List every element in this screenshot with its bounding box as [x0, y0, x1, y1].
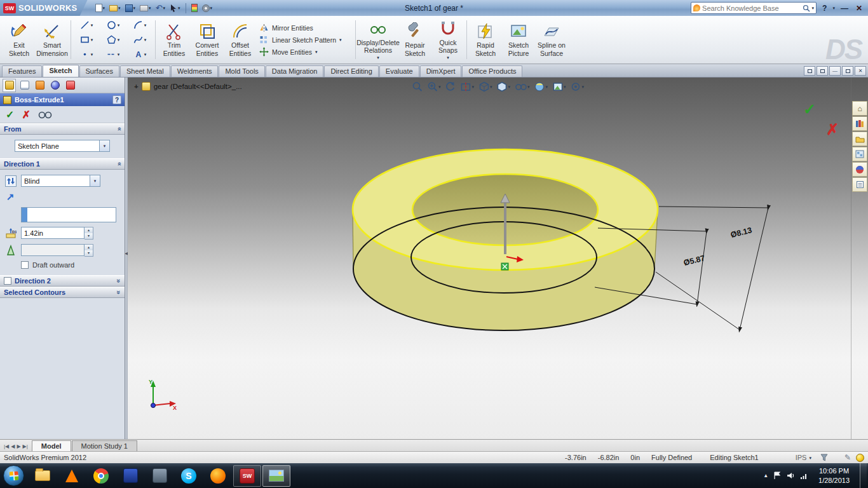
feature-tree-root-label[interactable]: gear (Default<<Default>_...: [154, 83, 242, 90]
line-tool-button[interactable]: ▾: [73, 18, 100, 32]
point-tool-button[interactable]: ▾: [73, 47, 100, 62]
taskbar-vlc-button[interactable]: [58, 465, 86, 487]
dimension-label-outer[interactable]: Ø8.13: [729, 226, 752, 240]
action-center-flag-icon[interactable]: [773, 471, 782, 480]
last-tab-button[interactable]: ▶|: [23, 444, 28, 449]
next-tab-button[interactable]: ▶: [17, 444, 20, 449]
draft-outward-row[interactable]: Draft outward: [5, 261, 119, 269]
dimxpertmanager-tab[interactable]: [48, 79, 62, 92]
tab-data-migration[interactable]: Data Migration: [266, 65, 324, 77]
new-document-button[interactable]: ▾: [94, 2, 107, 15]
tree-expand-icon[interactable]: +: [134, 83, 139, 90]
search-icon[interactable]: [803, 4, 810, 12]
network-icon[interactable]: [800, 471, 808, 480]
model-canvas[interactable]: Ø8.13 Ø5.87: [128, 78, 868, 439]
spline-tool-button[interactable]: ▾: [126, 32, 153, 47]
tab-weldments[interactable]: Weldments: [171, 65, 219, 77]
repair-sketch-button[interactable]: Repair Sketch: [398, 17, 431, 62]
quick-snaps-button[interactable]: Quick Snaps ▾: [431, 17, 465, 62]
display-style-button[interactable]: ▾: [496, 81, 510, 92]
propertymanager-tab[interactable]: [3, 79, 16, 92]
graphics-viewport[interactable]: + gear (Default<<Default>_... ▾ ▾ ▾ ▾ ▾ …: [128, 78, 868, 439]
taskbar-skype-button[interactable]: S: [175, 465, 203, 487]
selection-filter-icon[interactable]: [820, 454, 828, 461]
rectangle-tool-button[interactable]: ▾: [73, 32, 100, 47]
direction-reference-box[interactable]: [21, 207, 116, 222]
file-explorer-tab[interactable]: [852, 132, 867, 146]
section-view-button[interactable]: ▾: [460, 81, 474, 92]
search-input[interactable]: [702, 4, 800, 12]
view-settings-button[interactable]: ▾: [571, 81, 585, 92]
view-orientation-button[interactable]: ▾: [478, 81, 492, 92]
doc-next-window-button[interactable]: [817, 66, 828, 76]
units-caret-icon[interactable]: ▾: [809, 456, 811, 460]
draft-outward-checkbox[interactable]: [21, 261, 29, 269]
previous-view-button[interactable]: [445, 81, 456, 92]
trim-entities-button[interactable]: Trim Entities: [158, 17, 191, 62]
tab-sheet-metal[interactable]: Sheet Metal: [120, 65, 170, 77]
offset-entities-button[interactable]: Offset Entities: [224, 17, 257, 62]
close-button[interactable]: ✕: [854, 4, 864, 13]
section-direction1-header[interactable]: Direction 1 »: [0, 158, 125, 170]
configurationmanager-tab[interactable]: [33, 79, 46, 92]
tab-office-products[interactable]: Office Products: [462, 65, 522, 77]
text-tool-button[interactable]: A▾: [126, 47, 153, 62]
cancel-button[interactable]: ✗: [22, 109, 30, 121]
search-scope-caret[interactable]: ▾: [812, 6, 815, 10]
help-caret[interactable]: ▾: [832, 6, 835, 10]
hidden-icons-button[interactable]: ▲: [763, 473, 768, 478]
motion-study-tab[interactable]: Motion Study 1: [72, 440, 137, 451]
quick-tips-icon[interactable]: [856, 454, 864, 462]
tab-direct-editing[interactable]: Direct Editing: [324, 65, 378, 77]
spin-down-icon[interactable]: ▾: [85, 233, 93, 239]
spline-on-surface-button[interactable]: Spline on Surface: [535, 17, 568, 62]
taskbar-app5-button[interactable]: [146, 465, 173, 487]
taskbar-chrome-button[interactable]: [87, 465, 115, 487]
tab-dimxpert[interactable]: DimXpert: [420, 65, 462, 77]
circle-tool-button[interactable]: ▾: [100, 18, 126, 32]
move-entities-button[interactable]: Move Entities ▾: [259, 47, 353, 57]
tab-evaluate[interactable]: Evaluate: [379, 65, 419, 77]
depth-input[interactable]: [21, 227, 85, 239]
smart-dimension-button[interactable]: Smart Dimension: [36, 17, 69, 62]
taskbar-firefox-button[interactable]: [204, 465, 232, 487]
knowledge-base-search[interactable]: ▾: [691, 2, 817, 14]
displaymanager-tab[interactable]: [64, 79, 77, 92]
doc-minimize-button[interactable]: —: [829, 66, 841, 76]
apply-scene-button[interactable]: ▾: [552, 81, 566, 92]
start-condition-dropdown[interactable]: Sketch Plane ▾: [15, 140, 110, 152]
tab-sketch[interactable]: Sketch: [43, 65, 78, 77]
tab-mold-tools[interactable]: Mold Tools: [219, 65, 264, 77]
mirror-entities-button[interactable]: Mirror Entities: [259, 23, 353, 32]
zoom-area-button[interactable]: ▾: [427, 81, 441, 92]
detailed-preview-icon[interactable]: [38, 110, 52, 119]
reverse-direction-icon[interactable]: [5, 175, 17, 187]
minimize-button[interactable]: —: [839, 4, 850, 13]
diameter-dimension-outer[interactable]: Ø8.13: [656, 207, 768, 330]
doc-close-button[interactable]: ✕: [855, 66, 866, 76]
section-from-header[interactable]: From »: [0, 123, 125, 135]
options-button[interactable]: ▾: [201, 2, 214, 15]
section-selected-contours-header[interactable]: Selected Contours »: [0, 287, 125, 298]
confirm-cancel-button[interactable]: ✗: [826, 121, 839, 139]
doc-previous-window-button[interactable]: [804, 66, 815, 76]
confirm-ok-button[interactable]: ✓: [803, 100, 816, 118]
unit-system-selector[interactable]: IPS: [796, 454, 807, 461]
zoom-fit-button[interactable]: [412, 81, 423, 92]
show-desktop-button[interactable]: [860, 463, 867, 488]
depth-spinner[interactable]: ▴ ▾: [85, 227, 93, 240]
custom-properties-tab[interactable]: [852, 177, 867, 192]
rapid-sketch-button[interactable]: Rapid Sketch: [469, 17, 502, 62]
print-button[interactable]: ▾: [139, 2, 153, 15]
draft-angle-icon[interactable]: [5, 245, 17, 256]
previous-tab-button[interactable]: ◀: [11, 444, 15, 449]
polygon-tool-button[interactable]: ▾: [100, 32, 126, 47]
ok-button[interactable]: ✓: [6, 109, 14, 121]
direction2-checkbox[interactable]: [4, 277, 11, 285]
convert-entities-button[interactable]: Convert Entities: [191, 17, 224, 62]
taskbar-clock[interactable]: 10:06 PM 1/28/2013: [813, 466, 855, 485]
end-condition-dropdown[interactable]: Blind ▾: [21, 175, 100, 187]
volume-icon[interactable]: [787, 471, 795, 480]
sketch-editing-icon[interactable]: ✎: [844, 453, 851, 462]
exit-sketch-button[interactable]: Exit Sketch: [3, 17, 36, 62]
